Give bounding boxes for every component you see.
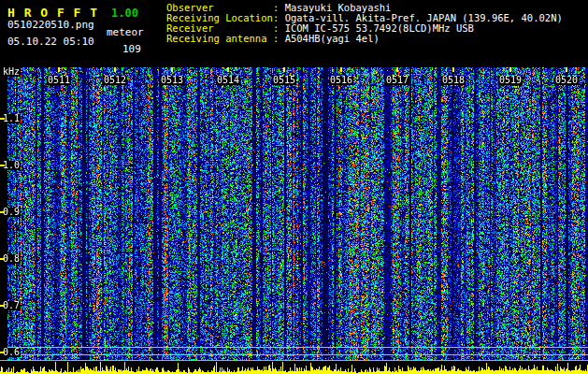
time-tick-mark	[566, 67, 567, 72]
time-tick-mark	[58, 67, 60, 72]
time-tick-label: 0515	[272, 76, 296, 85]
spectrogram-canvas	[7, 67, 588, 360]
time-tick-mark	[283, 67, 285, 72]
app-title: H R O F F T	[7, 6, 98, 20]
time-tick-mark	[340, 67, 342, 72]
time-tick-label: 0512	[103, 76, 127, 85]
station-info-row: Receiving antenna: A504HB(yagi 4el)	[166, 34, 563, 44]
freq-tick-label: 0.9	[2, 208, 21, 217]
freq-tick-mark	[0, 165, 5, 166]
time-tick-mark	[171, 67, 173, 72]
freq-tick-mark	[0, 352, 5, 353]
freq-tick-mark	[0, 211, 5, 213]
freq-tick-label: 1.1	[2, 114, 21, 123]
time-tick-label: 0519	[498, 76, 523, 85]
time-tick-label: 0520	[554, 76, 579, 85]
freq-axis-unit: kHz	[2, 67, 21, 77]
time-tick-label: 0518	[441, 76, 466, 85]
time-tick-mark	[227, 67, 229, 72]
signal-trace-canvas	[0, 361, 588, 374]
info-label: Receiving antenna	[166, 34, 273, 44]
info-separator: :	[273, 33, 285, 44]
freq-tick-label: 0.8	[2, 254, 21, 264]
echo-count: 109	[122, 44, 141, 54]
time-tick-mark	[114, 67, 116, 72]
time-tick-label: 0514	[216, 76, 240, 85]
mode-label: meteor	[107, 27, 144, 37]
time-tick-label: 0513	[160, 76, 184, 85]
time-tick-mark	[452, 67, 454, 72]
time-tick-mark	[509, 67, 511, 72]
freq-tick-label: 1.0	[2, 161, 21, 170]
station-info: Observer: Masayuki KobayashiReceiving Lo…	[166, 3, 563, 44]
time-tick-label: 0511	[47, 76, 71, 85]
trace-separator-line	[0, 360, 588, 361]
spectrogram	[7, 67, 588, 364]
info-value: A504HB(yagi 4el)	[285, 33, 380, 44]
freq-tick-label: 0.7	[2, 301, 21, 310]
freq-tick-label: 0.6	[2, 348, 21, 357]
hrofft-window: H R O F F T1.00 0510220510.png meteor 05…	[0, 0, 588, 374]
app-version: 1.00	[111, 7, 138, 20]
time-tick-mark	[396, 67, 398, 72]
freq-tick-mark	[0, 118, 5, 120]
time-tick-label: 0516	[329, 76, 353, 85]
time-tick-label: 0517	[385, 76, 409, 85]
freq-tick-mark	[0, 305, 5, 307]
datetime-label: 05.10.22 05:10	[7, 36, 94, 47]
output-filename: 0510220510.png	[7, 20, 94, 30]
freq-tick-mark	[0, 258, 5, 260]
